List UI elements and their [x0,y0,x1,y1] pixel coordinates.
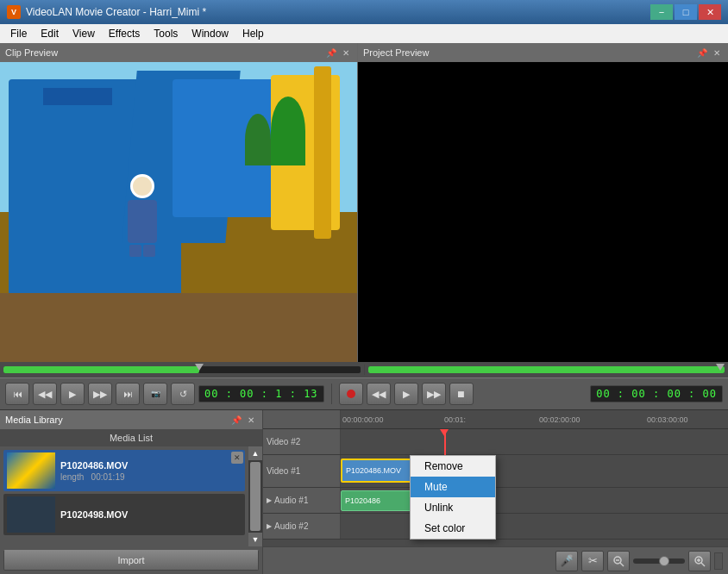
app-icon: V [7,5,21,19]
ctx-mute[interactable]: Mute [411,477,495,497]
media-scroll-down[interactable]: ▼ [248,533,262,546]
zoom-out-icon [612,555,624,567]
controls-separator [331,384,332,404]
media-thumb [7,452,55,489]
title-bar: V VideoLAN Movie Creator - Harri_Mimi * … [0,0,728,24]
track-label-text: Video #1 [267,466,300,476]
timeline-header: 00:00:00:00 00:01: 00:02:00:00 00:03:00:… [263,410,728,429]
track-expand-arrow[interactable]: ▶ [267,522,272,530]
media-thumb [7,496,55,533]
menu-effects[interactable]: Effects [102,24,147,43]
clip-preview-label: Clip Preview [5,47,58,58]
track-label-text: Audio #1 [274,496,308,505]
media-thumb-image [7,452,55,489]
track-content-audio2[interactable] [341,514,728,539]
track-expand-arrow[interactable]: ▶ [267,496,272,504]
track-content-audio1[interactable]: P1020486 [341,488,728,513]
clip-time-display: 00 : 00 : 1 : 13 [198,385,324,402]
clip-rewind-button[interactable]: ⏮ [5,383,29,405]
media-library-header: Media Library 📌 ✕ [0,410,262,429]
media-meta: length 00:01:19 [60,472,242,482]
clip-name: P1020486.MOV [346,466,401,475]
minimize-button[interactable]: − [650,4,673,20]
timeline-scroll-handle[interactable] [714,552,723,570]
clip-progress-fill [3,366,199,373]
scissors-button[interactable]: ✂ [581,551,604,571]
clip-preview-pin[interactable]: 📌 [325,47,337,59]
clip-preview-close[interactable]: ✕ [340,47,352,59]
track-content-video2[interactable] [341,429,728,454]
menu-help[interactable]: Help [235,24,271,43]
media-item[interactable]: P1020498.MOV [3,494,245,535]
media-library-pin[interactable]: 📌 [230,414,242,426]
media-library-label: Media Library [5,415,63,425]
project-progress-track[interactable] [368,366,725,373]
menu-file[interactable]: File [3,24,34,43]
clip-fast-forward-button[interactable]: ⏭ [116,383,140,405]
progress-bar-area [0,362,728,377]
ruler-mark: 00:02:00:00 [539,415,581,424]
media-item[interactable]: P1020486.MOV length 00:01:19 ✕ [3,450,245,491]
track-label-video2: Video #2 [263,429,341,454]
ruler-mark: 00:00:00:00 [342,415,384,424]
media-item-close[interactable]: ✕ [231,452,243,464]
project-play-button[interactable]: ▶ [394,383,418,405]
media-length-label: length [60,472,84,482]
menu-edit[interactable]: Edit [34,24,66,43]
project-back-button[interactable]: ◀◀ [367,383,391,405]
zoom-out-button[interactable] [607,551,630,571]
clip-forward-step-button[interactable]: ▶▶ [88,383,112,405]
track-row-video1: Video #1 P1020486.MOV Remove Mute Unlink… [263,455,728,488]
clip-back-step-button[interactable]: ◀◀ [33,383,57,405]
ctx-unlink[interactable]: Unlink [411,497,495,518]
clip-loop-button[interactable]: ↺ [171,383,195,405]
record-button[interactable] [339,383,363,405]
track-label-audio1: ▶ Audio #1 [263,488,341,513]
track-label-video1: Video #1 [263,455,341,487]
track-content-video1[interactable]: P1020486.MOV Remove Mute Unlink Set colo… [341,455,728,487]
clip-progress-track[interactable] [3,366,361,373]
mic-button[interactable]: 🎤 [555,551,578,571]
title-bar-controls[interactable]: − □ ✕ [650,4,721,20]
clip-snapshot-button[interactable]: 📷 [143,383,167,405]
media-library-close[interactable]: ✕ [245,414,257,426]
project-preview-label: Project Preview [363,47,429,58]
track-label-text: Audio #2 [274,521,308,531]
zoom-in-button[interactable] [688,551,711,571]
project-progress-fill [368,366,725,373]
menu-bar: File Edit View Effects Tools Window Help [0,24,728,43]
menu-window[interactable]: Window [185,24,235,43]
maximize-button[interactable]: □ [675,4,697,20]
zoom-thumb[interactable] [659,556,669,566]
media-list-inner: P1020486.MOV length 00:01:19 ✕ [0,446,248,546]
record-dot [347,390,355,398]
project-forward-button[interactable]: ▶▶ [422,383,446,405]
media-info: P1020498.MOV [60,509,242,520]
track-labels-header [263,410,341,428]
clip-preview-header: Clip Preview 📌 ✕ [0,43,357,62]
media-scroll-track[interactable]: ▲ ▼ [248,446,262,546]
menu-tools[interactable]: Tools [147,24,185,43]
project-stop-button[interactable]: ⏹ [449,383,474,405]
clip-preview-header-btns: 📌 ✕ [325,47,352,59]
project-preview-close[interactable]: ✕ [711,47,723,59]
media-name: P1020498.MOV [60,509,242,520]
project-preview-pin[interactable]: 📌 [696,47,708,59]
ctx-set-color[interactable]: Set color [411,518,495,539]
track-label-audio2: ▶ Audio #2 [263,514,341,539]
timeline-area: 00:00:00:00 00:01: 00:02:00:00 00:03:00:… [263,410,728,574]
timeline-ruler[interactable]: 00:00:00:00 00:01: 00:02:00:00 00:03:00:… [341,410,728,428]
clip-preview-panel: Clip Preview 📌 ✕ [0,43,358,362]
ctx-remove[interactable]: Remove [411,456,495,477]
media-scroll-thumb[interactable] [250,462,260,531]
media-info: P1020486.MOV length 00:01:19 [60,460,242,482]
import-button[interactable]: Import [3,550,259,571]
menu-view[interactable]: View [66,24,102,43]
media-list-scroll-container: P1020486.MOV length 00:01:19 ✕ [0,446,262,546]
zoom-slider[interactable] [633,558,685,564]
close-button[interactable]: ✕ [699,4,721,20]
tracks-container: Video #2 Video #1 P1020486.MOV [263,429,728,546]
media-thumb-image [7,496,55,533]
media-scroll-up[interactable]: ▲ [248,446,262,460]
clip-play-button[interactable]: ▶ [60,383,85,405]
